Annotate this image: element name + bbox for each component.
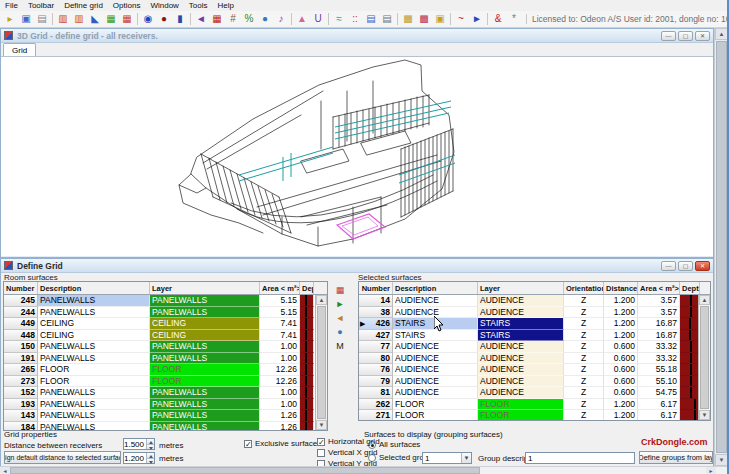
column-header-depth[interactable]: Depth	[300, 282, 314, 294]
row-number-cell[interactable]: 77	[359, 341, 393, 353]
area-cell[interactable]: 1.26	[260, 422, 300, 431]
area-cell[interactable]: 16.87	[638, 318, 680, 330]
menu-window[interactable]: Window	[145, 1, 183, 10]
column-header-area-m-[interactable]: Area < m²>	[260, 282, 300, 294]
layer-cell[interactable]: CEILING	[150, 318, 260, 330]
gear-icon[interactable]: *	[507, 12, 522, 26]
row-number-cell[interactable]: 245	[4, 295, 38, 307]
description-cell[interactable]: AUDIENCE	[393, 387, 478, 399]
row-number-cell[interactable]: 193	[4, 399, 38, 411]
globe-icon[interactable]: ●	[258, 12, 273, 26]
distance-cell[interactable]: 1.200	[604, 399, 638, 411]
depth-bar-cell[interactable]	[300, 387, 314, 399]
depth-bar-cell[interactable]	[300, 295, 314, 307]
depth-bar-cell[interactable]	[300, 364, 314, 376]
add-surface-icon[interactable]: ►	[333, 297, 347, 310]
restore-button[interactable]: ▢	[678, 31, 693, 41]
doc-icon[interactable]: ▮	[173, 12, 188, 26]
spinner-arrows[interactable]	[146, 439, 154, 449]
red-grid-icon[interactable]: ▦	[210, 12, 225, 26]
area-cell[interactable]: 3.57	[638, 295, 680, 307]
distance-cell[interactable]: 1.200	[604, 295, 638, 307]
distance-cell[interactable]: 0.600	[604, 341, 638, 353]
area-cell[interactable]: 1.00	[260, 387, 300, 399]
table-row[interactable]: 426▶STAIRSSTAIRSZ1.20016.87	[359, 318, 698, 330]
vertical-x-grid-checkbox[interactable]: Vertical X grid	[317, 448, 377, 457]
orientation-cell[interactable]: Z	[564, 387, 604, 399]
table-row[interactable]: 191PANELWALLSPANELWALLS1.00	[4, 353, 315, 365]
table-row[interactable]: 150PANELWALLSPANELWALLS1.00	[4, 341, 315, 353]
description-cell[interactable]: PANELWALLS	[38, 422, 150, 431]
open-icon[interactable]: ▸	[3, 12, 18, 26]
table-row[interactable]: 77AUDIENCEAUDIENCEZ0.60033.32	[359, 341, 698, 353]
close-button[interactable]: ✕	[695, 31, 710, 41]
assign-distance-value[interactable]: 1.200	[124, 453, 146, 463]
description-cell[interactable]: FLOOR	[38, 376, 150, 388]
scrollbar-thumb[interactable]	[700, 306, 709, 409]
menu-help[interactable]: Help	[213, 1, 239, 10]
orientation-cell[interactable]: Z	[564, 341, 604, 353]
info-icon[interactable]: ◉	[141, 12, 156, 26]
menu-toolbar[interactable]: Toolbar	[23, 1, 59, 10]
row-number-cell[interactable]: 184	[4, 422, 38, 431]
row-number-cell[interactable]: 265	[4, 364, 38, 376]
area-cell[interactable]: 33.32	[638, 341, 680, 353]
wave-icon[interactable]: ≈	[332, 12, 347, 26]
table-row[interactable]: 193PANELWALLSPANELWALLS1.00	[4, 399, 315, 411]
row-number-cell[interactable]: 81	[359, 387, 393, 399]
table-row[interactable]: 262FLOORFLOORZ1.2006.17	[359, 399, 698, 411]
description-cell[interactable]: FLOOR	[393, 399, 478, 411]
scroll-up-icon[interactable]: ▲	[316, 295, 327, 305]
area-cell[interactable]: 55.18	[638, 364, 680, 376]
depth-bar-cell[interactable]	[680, 318, 698, 330]
description-cell[interactable]: FLOOR	[38, 364, 150, 376]
orientation-cell[interactable]: Z	[564, 376, 604, 388]
speaker-icon[interactable]: ◄	[194, 12, 209, 26]
layer-cell[interactable]: PANELWALLS	[150, 341, 260, 353]
room-surfaces-table[interactable]: NumberDescriptionLayerArea < m²>Depth245…	[3, 281, 328, 431]
depth-bar-cell[interactable]	[680, 387, 698, 399]
menu-define-grid[interactable]: Define grid	[59, 1, 108, 10]
row-number-cell[interactable]: 150	[4, 341, 38, 353]
area-cell[interactable]: 1.26	[260, 410, 300, 422]
checkbox-box[interactable]: ✓	[317, 438, 325, 446]
x-grid2-icon[interactable]: ▩	[417, 12, 432, 26]
assign-distance-spinbox[interactable]: 1.200	[123, 452, 155, 464]
table-row[interactable]: 265FLOORFLOOR12.26	[4, 364, 315, 376]
pictures-icon[interactable]: ▣	[19, 12, 34, 26]
layer-cell[interactable]: AUDIENCE	[478, 364, 564, 376]
depth-bar-cell[interactable]	[680, 410, 698, 420]
restore-button[interactable]: ▢	[678, 261, 693, 271]
layer-cell[interactable]: PANELWALLS	[150, 422, 260, 431]
scrollbar-thumb[interactable]	[10, 467, 480, 474]
3d-wireframe-canvas[interactable]	[1, 57, 713, 256]
define-groups-button[interactable]: Define groups from lay	[639, 451, 713, 464]
layer-cell[interactable]: AUDIENCE	[478, 376, 564, 388]
column-header-layer[interactable]: Layer	[478, 282, 564, 294]
3d-grid-titlebar[interactable]: 3D Grid - define grid - all receivers. —…	[1, 29, 713, 43]
scroll-down-icon[interactable]: ▼	[699, 410, 710, 420]
row-number-cell[interactable]: 191	[4, 353, 38, 365]
u-icon[interactable]: U	[311, 12, 326, 26]
mdi-horizontal-scrollbar[interactable]: ◄ ►	[0, 466, 729, 474]
3d-opengl-icon[interactable]: ◣	[88, 12, 103, 26]
define-grid-titlebar[interactable]: Define Grid — ▢ ✕	[1, 259, 713, 273]
note-icon[interactable]: ♪	[274, 12, 289, 26]
area-cell[interactable]: 1.00	[260, 341, 300, 353]
binoculars-icon[interactable]: M	[333, 339, 347, 352]
depth-bar-cell[interactable]	[300, 318, 314, 330]
layer-cell[interactable]: FLOOR	[478, 399, 564, 411]
impulse-icon[interactable]: ~	[454, 12, 469, 26]
column-header-layer[interactable]: Layer	[150, 282, 260, 294]
layer-cell[interactable]: FLOOR	[150, 376, 260, 388]
energy-icon[interactable]: ▤	[364, 12, 379, 26]
table-vertical-scrollbar[interactable]: ▲▼	[698, 295, 710, 420]
table-vertical-scrollbar[interactable]: ▲▼	[315, 295, 327, 430]
checkbox-box[interactable]	[317, 449, 325, 457]
column-header-area-m-[interactable]: Area < m²>	[638, 282, 680, 294]
description-cell[interactable]: PANELWALLS	[38, 341, 150, 353]
layer-cell[interactable]: AUDIENCE	[478, 387, 564, 399]
group-description-input[interactable]: 1	[525, 452, 635, 464]
scrollbar-thumb[interactable]	[317, 306, 326, 419]
layer-cell[interactable]: PANELWALLS	[150, 410, 260, 422]
